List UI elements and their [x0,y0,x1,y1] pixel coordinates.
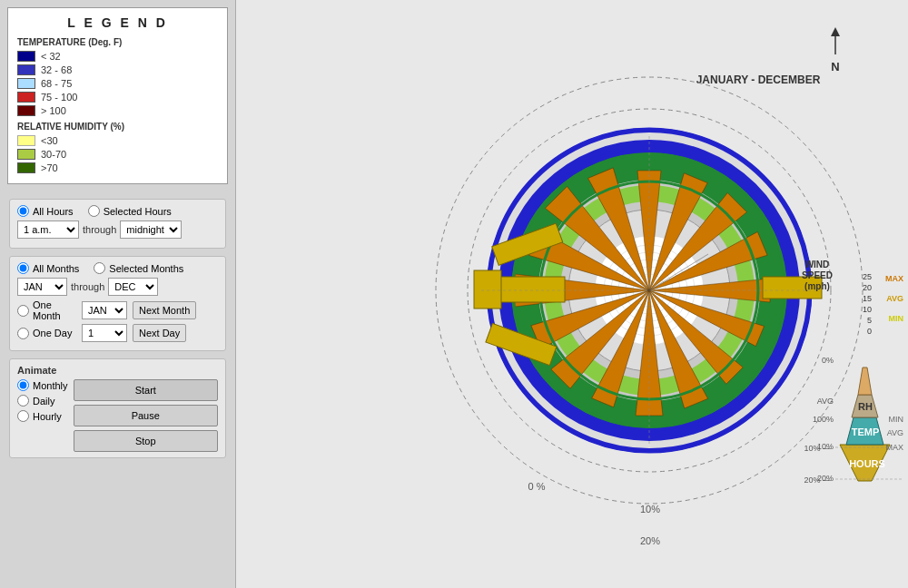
one-day-text: One Day [33,328,72,338]
one-day-row: One Day 12345 Next Day [17,324,218,342]
daily-radio[interactable] [17,395,29,407]
humidity-item-1: <30 [17,135,218,146]
humidity-section-title: RELATIVE HUMIDITY (%) [17,122,218,132]
months-control-group: All Months Selected Months JANFEBMARAPR … [9,256,226,351]
humidity-item-3: >70 [17,162,218,173]
controls: All Hours Selected Hours 1 a.m. 2 a.m. n… [0,191,235,588]
months-to-select[interactable]: DECJANFEBMAR APRMAYJUNJUL AUGSEPOCTNOV [108,278,158,296]
diagram-20pct: 20% — [804,475,831,485]
temp-swatch-5 [17,105,35,116]
humidity-label-1: <30 [41,135,58,146]
temp-swatch-4 [17,92,35,103]
one-month-select[interactable]: JANFEBMARAPR MAYJUNJULAUG SEPOCTNOVDEC [82,301,127,319]
daily-radio-label[interactable]: Daily [17,395,68,407]
all-hours-text: All Hours [33,206,74,217]
humidity-swatch-3 [17,162,35,173]
all-hours-radio[interactable] [17,205,29,217]
all-months-radio[interactable] [17,262,29,274]
avg-label: AVG [886,294,903,303]
next-day-button[interactable]: Next Day [133,324,186,342]
temp-label-1: < 32 [41,51,61,62]
all-hours-radio-label[interactable]: All Hours [17,205,74,217]
speed-scale-0: 0 [867,327,872,336]
next-month-button[interactable]: Next Month [133,301,196,319]
start-button[interactable]: Start [74,379,218,401]
legend-title: L E G E N D [17,15,218,30]
rh-diagram-label: RH [858,401,873,412]
animate-control-group: Animate Monthly Daily Hourly [9,358,226,458]
speed-scale-10: 10 [863,305,872,314]
humidity-label-2: 30-70 [41,149,66,160]
main-area: N JANUARY - DECEMBER WEST EAST 50 mph 50… [236,0,908,588]
speed-scale-20: 20 [863,283,872,292]
north-label: N [831,60,839,74]
humidity-swatch-2 [17,149,35,160]
one-day-radio-label[interactable]: One Day [17,328,76,339]
animate-controls: Monthly Daily Hourly Start Pause Stop [17,379,218,452]
date-range-label: JANUARY - DECEMBER [696,74,821,86]
max-label: MAX [885,274,903,283]
one-day-select[interactable]: 12345 [82,324,127,342]
temp-item-5: > 100 [17,105,218,116]
diagram-10pct: 10% — [804,444,831,453]
speed-scale-15: 15 [863,294,872,303]
hourly-text: Hourly [33,411,62,422]
pct-0: 0% [822,356,834,365]
humidity-label-3: >70 [41,162,58,173]
selected-months-radio-label[interactable]: Selected Months [94,262,183,274]
wind-speed-title-2: SPEED [802,270,833,280]
wind-rose-svg: N JANUARY - DECEMBER WEST EAST 50 mph 50… [236,0,908,588]
hours-diagram-label: HOURS [849,458,885,469]
hours-from-select[interactable]: 1 a.m. 2 a.m. noon midnight [17,220,79,239]
hours-control-group: All Hours Selected Hours 1 a.m. 2 a.m. n… [9,199,226,249]
west-wind-bar-2 [474,270,501,309]
monthly-radio-label[interactable]: Monthly [17,379,68,391]
animate-title: Animate [17,365,218,376]
months-through-label: through [71,281,104,292]
pct-100: 100% [813,415,834,424]
legend-box: L E G E N D TEMPERATURE (Deg. F) < 32 32… [7,7,228,184]
temp-label-3: 68 - 75 [41,78,72,89]
humidity-swatch-1 [17,135,35,146]
temp-label-4: 75 - 100 [41,92,77,103]
avg-right-label: AVG [887,428,903,437]
hourly-radio[interactable] [17,410,29,422]
one-month-row: One Month JANFEBMARAPR MAYJUNJULAUG SEPO… [17,299,218,321]
pause-button[interactable]: Pause [74,405,218,426]
temp-item-2: 32 - 68 [17,64,218,75]
temp-swatch-3 [17,78,35,89]
daily-text: Daily [33,396,54,407]
hours-radio-row: All Hours Selected Hours [17,205,218,217]
temperature-section-title: TEMPERATURE (Deg. F) [17,37,218,47]
selected-hours-radio-label[interactable]: Selected Hours [88,205,172,217]
months-radio-row: All Months Selected Months [17,262,218,274]
stop-button[interactable]: Stop [74,430,218,452]
one-month-radio[interactable] [17,305,29,317]
temp-item-3: 68 - 75 [17,78,218,89]
animate-radios: Monthly Daily Hourly [17,379,68,452]
min-right-label: MIN [889,415,904,424]
avg-pct: AVG [817,397,834,406]
selected-hours-radio[interactable] [88,205,100,217]
months-from-select[interactable]: JANFEBMARAPR MAYJUNJULAUG SEPOCTNOVDEC [17,278,67,296]
one-month-radio-label[interactable]: One Month [17,299,76,321]
one-day-radio[interactable] [17,328,29,339]
min-label: MIN [889,314,904,323]
temp-item-4: 75 - 100 [17,92,218,103]
hours-to-select[interactable]: midnight 1 a.m. noon 11 p.m. [120,220,182,239]
selected-months-radio[interactable] [94,262,105,274]
temp-label-2: 32 - 68 [41,64,72,75]
one-month-text: One Month [33,299,76,321]
all-months-radio-label[interactable]: All Months [17,262,79,274]
animate-buttons: Start Pause Stop [74,379,218,452]
percent-bottom-left: 0 % [528,481,546,492]
speed-scale-25: 25 [863,272,872,281]
percent-20: 20% [640,535,660,546]
temp-swatch-2 [17,64,35,75]
temp-item-1: < 32 [17,51,218,62]
selected-months-text: Selected Months [109,263,183,274]
hourly-radio-label[interactable]: Hourly [17,410,68,422]
selected-hours-text: Selected Hours [104,206,172,217]
monthly-radio[interactable] [17,379,29,391]
temp-swatch-1 [17,51,35,62]
